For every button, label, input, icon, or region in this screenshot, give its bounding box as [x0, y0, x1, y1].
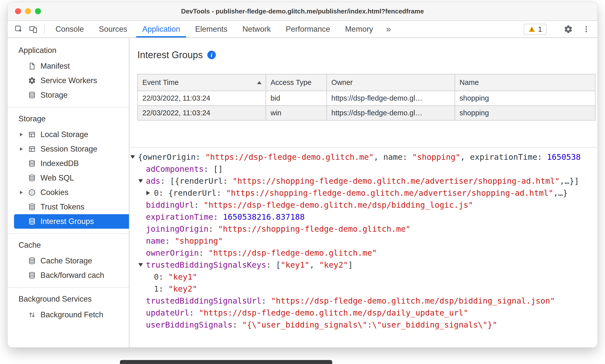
sidebar-section-header: Cache [7, 237, 129, 254]
column-header-event-time[interactable]: Event Time [138, 74, 266, 91]
application-sidebar: ApplicationManifestService WorkersStorag… [7, 38, 129, 348]
tree-line-text: ads: [{renderUrl: "https://shopping-fled… [146, 176, 579, 186]
sidebar-item-service-workers[interactable]: Service Workers [7, 73, 129, 88]
devtools-tab-strip: ConsoleSourcesApplicationElementsNetwork… [48, 21, 381, 37]
info-icon[interactable]: i [207, 51, 216, 59]
tree-line[interactable]: 0: "key1" [146, 271, 598, 283]
tree-line-text: userBiddingSignals: "{\"user_bidding_sig… [146, 320, 497, 330]
table-cell: https://dsp-fledge-demo.gl… [327, 106, 455, 120]
expand-chevron-icon[interactable] [20, 147, 27, 151]
tab-memory[interactable]: Memory [338, 21, 381, 37]
sidebar-item-web-sql[interactable]: Web SQL [7, 171, 129, 185]
close-button[interactable] [15, 8, 21, 14]
tree-line[interactable]: name: "shopping" [138, 235, 598, 247]
toolbar-right-cluster: 1 [524, 21, 594, 37]
minimize-button[interactable] [25, 8, 31, 14]
tree-line-text: joiningOrigin: "https://shopping-fledge-… [146, 224, 411, 234]
database-icon [27, 202, 36, 211]
sidebar-item-cache-storage[interactable]: Cache Storage [7, 254, 129, 268]
disclosure-collapsed-icon[interactable] [146, 191, 154, 195]
table-row[interactable]: 22/03/2022, 11:03:24winhttps://dsp-fledg… [138, 106, 595, 120]
database-icon [27, 174, 36, 182]
sidebar-item-interest-groups[interactable]: Interest Groups [14, 214, 129, 229]
warning-triangle-icon [528, 25, 536, 33]
tree-line[interactable]: 0: {renderUrl: "https://shopping-fledge-… [146, 187, 598, 199]
inspect-cursor-icon[interactable] [11, 21, 26, 37]
more-tabs-button[interactable]: » [381, 21, 397, 37]
issues-count: 1 [538, 25, 542, 33]
tree-line[interactable]: trustedBiddingSignalsKeys: ["key1", "key… [138, 259, 598, 271]
column-header-name[interactable]: Name [455, 74, 595, 91]
tree-line-text: name: "shopping" [146, 236, 223, 246]
tab-console[interactable]: Console [48, 21, 91, 37]
sidebar-item-label: Cookies [40, 188, 68, 197]
kebab-menu-icon[interactable] [579, 25, 594, 33]
sidebar-item-label: Background Fetch [40, 310, 103, 319]
column-header-access-type[interactable]: Access Type [266, 74, 327, 91]
tab-application[interactable]: Application [135, 21, 188, 37]
zoom-button[interactable] [35, 8, 41, 14]
column-header-label: Access Type [271, 78, 311, 86]
tree-line-text: updateUrl: "https://dsp-fledge-demo.glit… [146, 308, 468, 318]
page-title: Interest Groups [137, 50, 203, 60]
sidebar-item-session-storage[interactable]: Session Storage [7, 142, 129, 156]
expand-chevron-icon[interactable] [20, 191, 27, 194]
tree-line[interactable]: expirationTime: 1650538216.837188 [138, 211, 598, 223]
table-cell: https://dsp-fledge-demo.gl… [327, 91, 455, 106]
tree-line[interactable]: userBiddingSignals: "{\"user_bidding_sig… [138, 319, 598, 331]
database-icon [27, 271, 36, 280]
sidebar-section-application: ApplicationManifestService WorkersStorag… [7, 39, 129, 107]
tab-performance[interactable]: Performance [278, 21, 337, 37]
tree-line[interactable]: 1: "key2" [146, 283, 598, 295]
sidebar-item-label: Back/forward cach [40, 271, 104, 280]
tree-line-text: trustedBiddingSignalsUrl: "https://dsp-f… [146, 296, 555, 306]
disclosure-expanded-icon[interactable] [138, 179, 146, 183]
table-icon [27, 145, 36, 154]
tab-elements[interactable]: Elements [188, 21, 235, 37]
database-icon [27, 217, 36, 226]
sidebar-item-background-fetch[interactable]: Background Fetch [7, 308, 129, 322]
tree-line[interactable]: updateUrl: "https://dsp-fledge-demo.glit… [138, 307, 598, 319]
settings-gear-icon[interactable] [561, 25, 576, 34]
column-header-owner[interactable]: Owner [327, 74, 455, 91]
interest-groups-table-head-row: Event TimeAccess TypeOwnerName [138, 74, 595, 91]
device-toolbar-icon[interactable] [26, 21, 40, 37]
tree-line[interactable]: biddingUrl: "https://dsp-fledge-demo.gli… [138, 199, 598, 211]
table-cell: 22/03/2022, 11:03:24 [138, 106, 266, 120]
interest-group-details-tree: {ownerOrigin: "https://dsp-fledge-demo.g… [129, 147, 598, 348]
table-row[interactable]: 22/03/2022, 11:03:24bidhttps://dsp-fledg… [138, 91, 595, 106]
main-panel: Interest Groups i Event TimeAccess TypeO… [129, 38, 598, 348]
tab-network[interactable]: Network [235, 21, 278, 37]
tree-line[interactable]: joiningOrigin: "https://shopping-fledge-… [138, 223, 598, 235]
expand-chevron-icon[interactable] [20, 133, 27, 136]
sidebar-item-label: IndexedDB [40, 159, 79, 168]
sidebar-item-indexeddb[interactable]: IndexedDB [7, 156, 129, 171]
sidebar-section-cache: CacheCache StorageBack/forward cach [7, 233, 129, 287]
disclosure-expanded-icon[interactable] [130, 155, 138, 159]
sidebar-item-label: Interest Groups [40, 217, 94, 226]
tree-line[interactable]: {ownerOrigin: "https://dsp-fledge-demo.g… [130, 151, 598, 163]
tree-line-text: adComponents: [] [146, 164, 223, 174]
tab-sources[interactable]: Sources [91, 21, 135, 37]
sidebar-item-trust-tokens[interactable]: Trust Tokens [7, 200, 129, 214]
main-title-row: Interest Groups i [137, 49, 598, 61]
sidebar-item-storage[interactable]: Storage [7, 88, 129, 102]
sidebar-item-manifest[interactable]: Manifest [7, 59, 129, 73]
background-dock-fragment [120, 360, 332, 364]
sidebar-item-back-forward-cach[interactable]: Back/forward cach [7, 268, 129, 283]
table-cell: bid [266, 91, 327, 106]
disclosure-expanded-icon[interactable] [138, 263, 146, 267]
tree-line[interactable]: ads: [{renderUrl: "https://shopping-fled… [138, 175, 598, 187]
tree-line[interactable]: adComponents: [] [138, 163, 598, 175]
tree-line[interactable]: ownerOrigin: "https://dsp-fledge-demo.gl… [138, 247, 598, 259]
table-cell: shopping [455, 106, 595, 120]
issues-badge[interactable]: 1 [524, 24, 547, 35]
devtools-window: DevTools - publisher-fledge-demo.glitch.… [7, 2, 598, 348]
devtools-body: ApplicationManifestService WorkersStorag… [7, 38, 598, 348]
window-title: DevTools - publisher-fledge-demo.glitch.… [7, 7, 598, 15]
interest-groups-table-body: 22/03/2022, 11:03:24bidhttps://dsp-fledg… [138, 91, 595, 120]
sidebar-item-local-storage[interactable]: Local Storage [7, 127, 129, 142]
sidebar-section-header: Storage [7, 111, 129, 127]
sidebar-item-cookies[interactable]: Cookies [7, 185, 129, 200]
tree-line[interactable]: trustedBiddingSignalsUrl: "https://dsp-f… [138, 295, 598, 307]
